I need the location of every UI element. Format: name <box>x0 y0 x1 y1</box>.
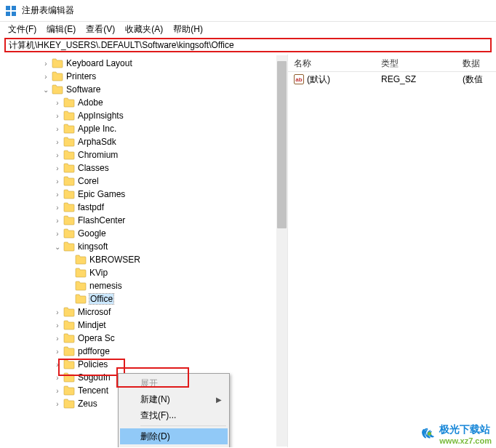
cm-delete[interactable]: 删除(D) <box>120 428 228 444</box>
chevron-right-icon[interactable]: › <box>41 71 51 81</box>
tree-item[interactable]: ›Policies <box>1 358 287 371</box>
chevron-right-icon[interactable]: › <box>52 202 63 212</box>
menu-file[interactable]: 文件(F) <box>3 22 41 37</box>
chevron-right-icon[interactable]: › <box>52 176 63 186</box>
chevron-right-icon[interactable]: › <box>52 359 63 369</box>
chevron-right-icon[interactable]: › <box>52 346 63 356</box>
col-data[interactable]: 数据 <box>457 55 496 71</box>
tree-item[interactable]: ›Printers <box>1 70 287 83</box>
cm-expand[interactable]: 展开 <box>120 375 228 391</box>
tree-item-label: Corel <box>78 176 99 186</box>
tree-item-label: Zeus <box>78 399 97 409</box>
chevron-down-icon[interactable]: ⌄ <box>52 241 63 252</box>
chevron-right-icon[interactable]: › <box>52 228 63 239</box>
svg-rect-2 <box>6 12 10 16</box>
tree-item-label: Mindjet <box>78 320 106 330</box>
chevron-right-icon[interactable]: › <box>52 307 63 317</box>
main-area: ›Keyboard Layout›Printers⌄Software›Adobe… <box>0 55 496 447</box>
tree-item[interactable]: ›ArphaSdk <box>1 135 287 148</box>
values-pane: 名称 类型 数据 ab (默认) REG_SZ (数值 <box>288 55 496 447</box>
chevron-right-icon[interactable]: › <box>52 150 63 160</box>
cm-new[interactable]: 新建(N)▶ <box>120 391 228 407</box>
chevron-right-icon[interactable]: › <box>52 215 63 225</box>
menu-edit[interactable]: 编辑(E) <box>41 22 81 37</box>
watermark: 极光下载站 www.xz7.com <box>420 423 492 445</box>
tree-item[interactable]: ›pdfforge <box>1 345 287 358</box>
chevron-right-icon[interactable]: › <box>52 399 63 409</box>
tree-item-label: kingsoft <box>78 241 108 252</box>
tree-item[interactable]: nemesis <box>1 279 287 292</box>
menu-view[interactable]: 查看(V) <box>81 22 120 37</box>
svg-point-4 <box>428 432 431 436</box>
tree-item[interactable]: ›Mindjet <box>1 319 287 332</box>
cm-find[interactable]: 查找(F)... <box>120 407 228 423</box>
chevron-right-icon[interactable]: › <box>52 124 63 134</box>
tree-scrollbar[interactable] <box>276 55 287 447</box>
cm-separator <box>140 425 226 426</box>
tree-item[interactable]: ›fastpdf <box>1 201 287 214</box>
menu-favorites[interactable]: 收藏夹(A) <box>120 22 168 37</box>
tree-item[interactable]: ›Keyboard Layout <box>1 57 287 70</box>
chevron-right-icon[interactable]: › <box>52 320 63 330</box>
tree-item[interactable]: ›Corel <box>1 175 287 188</box>
tree-item-label: Chromium <box>78 150 118 160</box>
scroll-thumb[interactable] <box>277 61 287 228</box>
chevron-right-icon[interactable]: › <box>52 97 63 108</box>
value-row[interactable]: ab (默认) REG_SZ (数值 <box>288 72 496 87</box>
col-name[interactable]: 名称 <box>288 55 375 71</box>
address-bar[interactable]: 计算机\HKEY_USERS\.DEFAULT\Software\kingsof… <box>4 38 492 52</box>
tree-item[interactable]: ›Classes <box>1 161 287 175</box>
chevron-right-icon[interactable]: › <box>41 58 51 68</box>
tree-item[interactable]: ›Microsof <box>1 305 287 319</box>
watermark-text-en: www.xz7.com <box>439 436 492 445</box>
tree-item[interactable]: ›AppInsights <box>1 109 287 122</box>
chevron-right-icon[interactable]: › <box>52 372 63 383</box>
tree-item-kingsoft[interactable]: ⌄kingsoft <box>1 240 287 253</box>
tree-item-label: Microsof <box>78 307 111 317</box>
tree-item-label: pdfforge <box>78 346 110 356</box>
tree-item-label: ArphaSdk <box>78 137 116 147</box>
tree-item-label: nemesis <box>89 281 122 291</box>
tree-item[interactable]: ›Chromium <box>1 148 287 161</box>
tree-item[interactable]: KVip <box>1 266 287 279</box>
tree-item-label: FlashCenter <box>78 215 125 225</box>
svg-rect-3 <box>12 12 16 16</box>
chevron-right-icon[interactable]: › <box>52 385 63 396</box>
tree-item-software[interactable]: ⌄Software <box>1 83 287 96</box>
title-bar: 注册表编辑器 <box>0 0 496 22</box>
svg-rect-1 <box>12 6 16 10</box>
tree-item-label: Keyboard Layout <box>66 58 132 68</box>
chevron-right-icon[interactable]: › <box>52 189 63 199</box>
address-path: 计算机\HKEY_USERS\.DEFAULT\Software\kingsof… <box>9 39 234 52</box>
tree-item-label: fastpdf <box>78 202 104 212</box>
tree-item[interactable]: ›Apple Inc. <box>1 122 287 135</box>
tree-item-label: Software <box>66 84 100 95</box>
menu-bar: 文件(F) 编辑(E) 查看(V) 收藏夹(A) 帮助(H) <box>0 22 496 36</box>
tree-item[interactable]: ›Google <box>1 227 287 240</box>
tree-item[interactable]: ›FlashCenter <box>1 214 287 227</box>
chevron-right-icon[interactable]: › <box>52 333 63 343</box>
registry-tree[interactable]: ›Keyboard Layout›Printers⌄Software›Adobe… <box>0 55 287 412</box>
chevron-right-icon[interactable]: › <box>52 111 63 121</box>
string-value-icon: ab <box>294 74 304 84</box>
tree-item-label: Printers <box>66 71 96 81</box>
tree-item-label: Classes <box>78 163 109 173</box>
chevron-right-icon[interactable]: › <box>52 137 63 147</box>
tree-item-office[interactable]: Office <box>1 292 287 305</box>
cm-rename[interactable]: 重命名(R) <box>120 444 228 447</box>
tree-item[interactable]: KBROWSER <box>1 253 287 266</box>
tree-item-label: Apple Inc. <box>78 124 116 134</box>
watermark-text-cn: 极光下载站 <box>439 423 492 436</box>
chevron-down-icon[interactable]: ⌄ <box>41 84 51 95</box>
chevron-right-icon[interactable]: › <box>52 163 63 173</box>
tree-item[interactable]: ›Epic Games <box>1 188 287 201</box>
tree-item-label: Opera Sc <box>78 333 115 343</box>
address-bar-wrap: 计算机\HKEY_USERS\.DEFAULT\Software\kingsof… <box>0 36 496 55</box>
tree-pane: ›Keyboard Layout›Printers⌄Software›Adobe… <box>0 55 288 447</box>
col-type[interactable]: 类型 <box>375 55 457 71</box>
tree-item-label: KVip <box>89 268 108 278</box>
tree-item[interactable]: ›Opera Sc <box>1 332 287 345</box>
menu-help[interactable]: 帮助(H) <box>168 22 208 37</box>
tree-item[interactable]: ›Adobe <box>1 96 287 109</box>
app-icon <box>4 4 17 17</box>
